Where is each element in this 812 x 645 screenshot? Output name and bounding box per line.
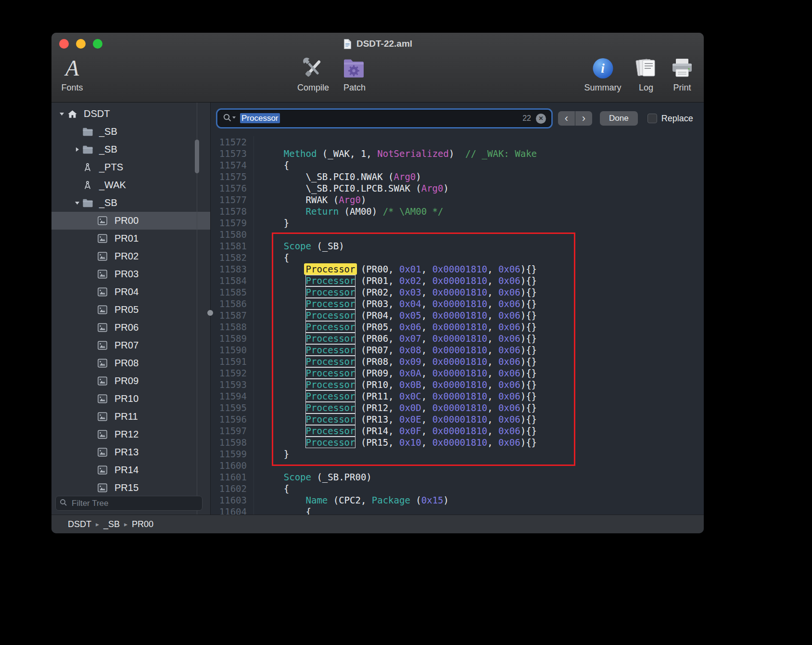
line-number: 11603 — [211, 494, 254, 506]
tree-item-wak-4[interactable]: _WAK — [51, 176, 196, 194]
line-number: 11583 — [211, 263, 254, 275]
code-segment: , — [421, 356, 432, 367]
code-text: RWAK (Arg0) — [254, 194, 366, 206]
code-lines[interactable]: 1157211573 Method (_WAK, 1, NotSerialize… — [211, 136, 704, 517]
code-segment: ){} — [520, 437, 537, 448]
tree-item-pr15-21[interactable]: PR15 — [51, 479, 196, 497]
tree-item-pts-3[interactable]: _PTS — [51, 158, 196, 176]
done-button[interactable]: Done — [600, 111, 638, 126]
tree-item-pr09-15[interactable]: PR09 — [51, 372, 196, 390]
next-match-button[interactable]: › — [575, 111, 592, 126]
zoom-button[interactable] — [93, 39, 102, 49]
minimize-button[interactable] — [76, 39, 86, 49]
filter-tree-input[interactable] — [71, 498, 198, 509]
sidebar-scrollbar-thumb[interactable] — [195, 140, 199, 173]
print-button[interactable]: Print — [670, 56, 695, 93]
fonts-button[interactable]: A Fonts — [61, 56, 83, 93]
compile-button[interactable]: Compile — [297, 56, 329, 93]
namespace-tree[interactable]: DSDT_SB_SB_PTS_WAK_SBPR00PR01PR02PR03PR0… — [51, 105, 196, 497]
toolbar: A Fonts Compile — [51, 55, 704, 102]
replace-checkbox[interactable] — [647, 114, 657, 123]
close-button[interactable] — [59, 39, 69, 49]
code-line: 11599 } — [211, 448, 704, 460]
tree-item-pr03-9[interactable]: PR03 — [51, 265, 196, 283]
tree-item-sb-1[interactable]: _SB — [51, 123, 196, 141]
line-number: 11586 — [211, 298, 254, 310]
code-segment: , — [487, 414, 498, 425]
code-text: Processor (PR02, 0x03, 0x00001810, 0x06)… — [254, 286, 537, 298]
match-highlight: Processor — [306, 414, 355, 425]
filter-tree-field[interactable] — [55, 496, 203, 511]
code-segment: 0x00001810 — [432, 264, 487, 274]
code-text: { — [254, 159, 289, 171]
code-segment: Scope — [284, 241, 311, 251]
summary-button[interactable]: i Summary — [584, 56, 621, 93]
tree-item-pr05-11[interactable]: PR05 — [51, 301, 196, 319]
code-text: { — [254, 252, 289, 263]
tree-item-sb-5[interactable]: _SB — [51, 194, 196, 212]
tree-item-label: _PTS — [99, 162, 123, 173]
tree-item-pr11-17[interactable]: PR11 — [51, 408, 196, 426]
item-icon — [98, 252, 112, 261]
code-segment: , — [421, 426, 432, 436]
tree-item-pr04-10[interactable]: PR04 — [51, 283, 196, 301]
find-field[interactable]: Processor 22 ✕ — [217, 110, 551, 127]
code-editor[interactable]: Processor 22 ✕ ‹ › Done Replace 11572115… — [211, 103, 704, 515]
line-number: 11577 — [211, 194, 254, 206]
code-line: 11594 Processor (PR11, 0x0C, 0x00001810,… — [211, 390, 704, 402]
tree-item-sb-2[interactable]: _SB — [51, 141, 196, 158]
tree-item-label: PR02 — [114, 251, 139, 262]
tree-item-pr01-7[interactable]: PR01 — [51, 230, 196, 247]
code-segment: (PR13, — [355, 414, 399, 425]
code-segment — [262, 368, 306, 378]
clear-search-button[interactable]: ✕ — [536, 114, 546, 124]
tree-item-pr13-19[interactable]: PR13 — [51, 443, 196, 461]
tree-item-pr07-13[interactable]: PR07 — [51, 336, 196, 354]
search-menu-icon[interactable] — [223, 113, 236, 124]
code-segment: ) — [361, 194, 366, 205]
code-segment: 0x00001810 — [432, 345, 487, 355]
disclosure-open-icon[interactable] — [72, 200, 82, 206]
breadcrumb-item[interactable]: PR00 — [132, 519, 153, 529]
code-segment: , — [487, 264, 498, 274]
code-segment: (PR12, — [355, 402, 399, 413]
tree-item-pr02-8[interactable]: PR02 — [51, 247, 196, 265]
disclosure-closed-icon[interactable] — [72, 146, 82, 153]
code-segment: , — [421, 437, 432, 448]
code-segment: 0x00001810 — [432, 275, 487, 286]
line-number: 11582 — [211, 252, 254, 263]
code-segment — [262, 391, 306, 401]
code-segment: 0x05 — [399, 310, 421, 321]
tree-item-pr06-12[interactable]: PR06 — [51, 319, 196, 336]
previous-match-button[interactable]: ‹ — [558, 111, 575, 126]
log-button[interactable]: Log — [634, 56, 659, 93]
patch-button[interactable]: Patch — [342, 56, 368, 93]
code-segment — [262, 495, 306, 505]
tree-item-pr00-6[interactable]: PR00 — [51, 212, 210, 230]
titlebar[interactable]: DSDT-22.aml — [51, 33, 704, 55]
tree-item-pr08-14[interactable]: PR08 — [51, 354, 196, 372]
code-segment — [262, 472, 284, 482]
line-number: 11591 — [211, 356, 254, 367]
code-segment: 0x00001810 — [432, 333, 487, 344]
search-input[interactable]: Processor — [240, 113, 280, 123]
match-count: 22 — [522, 114, 531, 123]
code-line: 11598 Processor (PR15, 0x10, 0x00001810,… — [211, 437, 704, 448]
line-number: 11590 — [211, 344, 254, 356]
replace-toggle: Replace — [647, 114, 693, 124]
code-segment: , — [487, 368, 498, 378]
disclosure-open-icon[interactable] — [56, 111, 67, 117]
breadcrumb-item[interactable]: _SB — [103, 519, 120, 529]
breadcrumb-item[interactable]: DSDT — [68, 519, 91, 529]
tree-item-dsdt-0[interactable]: DSDT — [51, 105, 196, 123]
code-segment: 0x06 — [498, 379, 520, 390]
folder-icon — [82, 145, 97, 155]
splitter-handle[interactable] — [207, 310, 213, 316]
code-segment: , — [487, 298, 498, 309]
tree-item-pr14-20[interactable]: PR14 — [51, 461, 196, 479]
tree-item-pr12-18[interactable]: PR12 — [51, 426, 196, 443]
tree-item-pr10-16[interactable]: PR10 — [51, 390, 196, 408]
tree-item-label: PR04 — [114, 286, 139, 297]
match-highlight: Processor — [306, 310, 355, 321]
tree-item-label: PR14 — [114, 464, 139, 476]
